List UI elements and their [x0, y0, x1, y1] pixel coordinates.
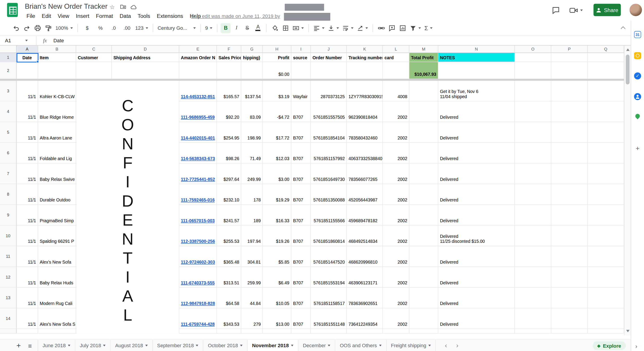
- menu-tools[interactable]: Tools: [134, 12, 154, 20]
- order-link[interactable]: 112-7725441-852: [181, 176, 215, 182]
- cell-H6[interactable]: $12.03: [263, 143, 291, 164]
- row-header-11[interactable]: 11: [0, 246, 16, 267]
- row-header-3[interactable]: 3: [0, 81, 16, 102]
- cell-B14[interactable]: Alex's New Sofa S: [38, 308, 76, 329]
- header-cell-Q1[interactable]: [588, 53, 624, 62]
- cell-A6[interactable]: 11/1: [16, 143, 38, 164]
- cell-K7[interactable]: 783566077265: [347, 164, 383, 184]
- row-header-8[interactable]: 8: [0, 184, 16, 205]
- cell-H14[interactable]: $13.00: [263, 308, 291, 329]
- cell-Q13[interactable]: [588, 288, 624, 308]
- cell-L7[interactable]: 2002: [383, 164, 409, 184]
- cell-F13[interactable]: $64.58: [217, 288, 241, 308]
- cell-O12[interactable]: [515, 267, 552, 288]
- cell-L5[interactable]: 2002: [383, 122, 409, 143]
- cell-A3[interactable]: 11/1: [16, 81, 38, 102]
- cell-G14[interactable]: 279: [241, 308, 263, 329]
- calendar-icon[interactable]: 31: [634, 31, 641, 38]
- cell-J2[interactable]: [311, 62, 347, 79]
- cell-M10[interactable]: [410, 226, 438, 246]
- cell-L13[interactable]: 2002: [383, 288, 409, 308]
- row-header-10[interactable]: 10: [0, 226, 16, 246]
- maps-icon[interactable]: [634, 112, 641, 120]
- header-cell-D1[interactable]: Shipping Address: [112, 53, 179, 62]
- header-cell-O1[interactable]: [515, 53, 552, 62]
- cell-L9[interactable]: 2002: [383, 205, 409, 226]
- explore-button[interactable]: ◆ Explore: [592, 342, 626, 350]
- name-box[interactable]: A1: [0, 36, 36, 45]
- cell-L3[interactable]: 4008: [383, 81, 409, 102]
- meet-camera-icon[interactable]: [568, 5, 584, 16]
- cell-K12[interactable]: 463906123171: [347, 267, 383, 288]
- cell-F11[interactable]: $365.48: [217, 246, 241, 267]
- cell-J15[interactable]: [311, 329, 347, 333]
- header-cell-I1[interactable]: source: [291, 53, 311, 62]
- cell-E11[interactable]: 112-9724602-303: [179, 246, 217, 267]
- order-link[interactable]: 114-4402015-401: [181, 135, 215, 140]
- star-icon[interactable]: ☆: [108, 4, 116, 10]
- cell-A11[interactable]: 11/1: [16, 246, 38, 267]
- avatar[interactable]: [630, 4, 642, 16]
- cell-Q15[interactable]: [588, 329, 624, 333]
- cell-N2[interactable]: [438, 62, 515, 79]
- sheet-tab-freight-shipping[interactable]: Freight shipping: [386, 340, 436, 351]
- cell-F7[interactable]: $297.64: [217, 164, 241, 184]
- cell-M14[interactable]: [410, 308, 438, 329]
- cell-M7[interactable]: [410, 164, 438, 184]
- row-header-blank[interactable]: [0, 329, 16, 333]
- cell-M4[interactable]: [410, 101, 438, 122]
- cell-B2[interactable]: [38, 62, 76, 79]
- cell-A10[interactable]: 11/1: [16, 226, 38, 246]
- cell-N5[interactable]: Delivered: [438, 122, 515, 143]
- order-link[interactable]: 114-4453132-851: [181, 94, 215, 99]
- cell-G15[interactable]: [241, 329, 263, 333]
- cell-H11[interactable]: $5.85: [263, 246, 291, 267]
- cell-K2[interactable]: [347, 62, 383, 79]
- menu-data[interactable]: Data: [116, 12, 134, 20]
- cell-J4[interactable]: 5761851557505: [311, 101, 347, 122]
- cell-I2[interactable]: [291, 62, 311, 79]
- cell-E2[interactable]: [179, 62, 217, 79]
- cell-F4[interactable]: $92.20: [217, 101, 241, 122]
- cell-J12[interactable]: 5761851553194: [311, 267, 347, 288]
- cell-P14[interactable]: [551, 308, 588, 329]
- cell-M3[interactable]: [410, 81, 438, 102]
- cell-B8[interactable]: Durable Outdoo: [38, 184, 76, 205]
- cell-N7[interactable]: Delivered: [438, 164, 515, 184]
- sheet-tab-december[interactable]: December: [298, 340, 335, 351]
- cell-I13[interactable]: B707: [291, 288, 311, 308]
- cell-G6[interactable]: 71.49: [241, 143, 263, 164]
- last-edit-link[interactable]: Last edit was made on June 11, 2019 by: [191, 13, 280, 19]
- cell-J13[interactable]: 5761851158517: [311, 288, 347, 308]
- cell-A14[interactable]: 11/1: [16, 308, 38, 329]
- cell-O5[interactable]: [515, 122, 552, 143]
- cell-H2[interactable]: $0.00: [263, 62, 291, 79]
- cell-L6[interactable]: 2002: [383, 143, 409, 164]
- cell-A7[interactable]: 11/1: [16, 164, 38, 184]
- cell-Q5[interactable]: [588, 122, 624, 143]
- cell-L14[interactable]: 2002: [383, 308, 409, 329]
- cell-F2[interactable]: [217, 62, 241, 79]
- sheet-tab-october-2018[interactable]: October 2018: [203, 340, 247, 351]
- row-header-13[interactable]: 13: [0, 288, 16, 308]
- cell-O6[interactable]: [515, 143, 552, 164]
- cell-C2[interactable]: [76, 62, 112, 79]
- cell-Q2[interactable]: [588, 62, 624, 79]
- cell-H12[interactable]: $6.49: [263, 267, 291, 288]
- cell-M15[interactable]: [410, 329, 438, 333]
- order-link[interactable]: 111-6740373-555: [181, 280, 215, 285]
- cell-K5[interactable]: 783580432460: [347, 122, 383, 143]
- cell-E10[interactable]: 112-3387500-256: [179, 226, 217, 246]
- order-link[interactable]: 111-7592465-016: [181, 198, 215, 202]
- cell-Q14[interactable]: [588, 308, 624, 329]
- cell-I9[interactable]: B707: [291, 205, 311, 226]
- row-header-12[interactable]: 12: [0, 267, 16, 288]
- cell-G2[interactable]: [241, 62, 263, 79]
- cell-O11[interactable]: [515, 246, 552, 267]
- cell-G4[interactable]: 83.09: [241, 101, 263, 122]
- cell-N3[interactable]: Get it by Tue, Nov 611/04 shipped: [438, 81, 515, 102]
- column-header-F[interactable]: F: [217, 46, 241, 53]
- column-header-M[interactable]: M: [410, 46, 438, 53]
- sheet-tab-oos-and-others[interactable]: OOS and Others: [335, 340, 386, 351]
- cell-P5[interactable]: [551, 122, 588, 143]
